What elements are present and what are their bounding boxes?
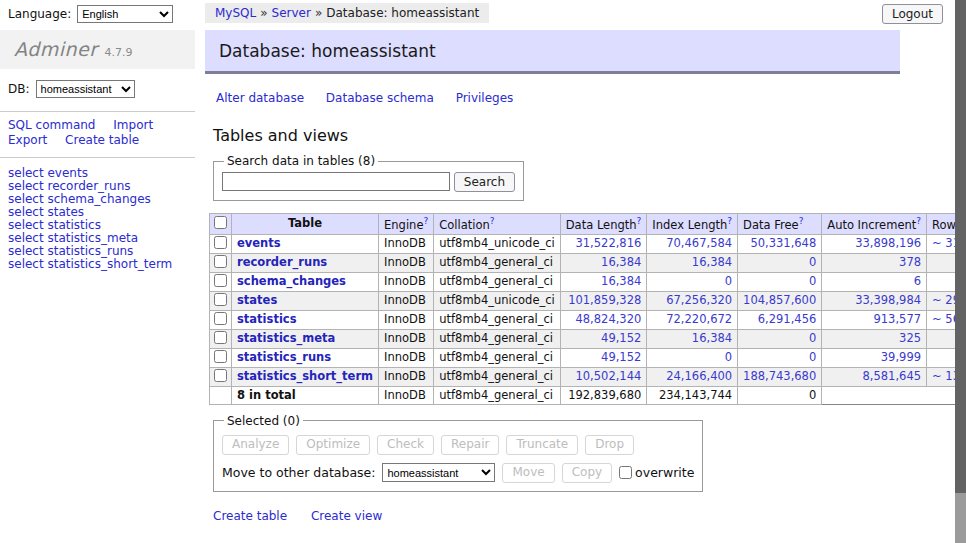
data-length-help-link[interactable]: ?	[637, 216, 642, 226]
table-name-link[interactable]: events	[237, 236, 281, 250]
data-free-link[interactable]: 104,857,600	[743, 293, 816, 307]
auto-increment-link[interactable]: 33,398,984	[855, 293, 921, 307]
row-checkbox[interactable]	[214, 350, 227, 363]
move-label: Move to other database:	[222, 465, 375, 480]
table-name-link[interactable]: statistics_short_term	[237, 369, 373, 383]
data-free-link[interactable]: 0	[809, 274, 816, 288]
data-length-link[interactable]: 101,859,328	[568, 293, 641, 307]
data-free-link[interactable]: 188,743,680	[743, 369, 816, 383]
overwrite-checkbox[interactable]	[619, 466, 632, 479]
data-free-link[interactable]: 0	[809, 331, 816, 345]
auto-increment-link[interactable]: 6	[914, 274, 921, 288]
index-length-link[interactable]: 16,384	[692, 255, 732, 269]
row-checkbox-cell[interactable]	[210, 310, 232, 329]
auto-increment-link[interactable]: 39,999	[881, 350, 921, 364]
analyze-button[interactable]: Analyze	[222, 435, 289, 455]
data-free-help-link[interactable]: ?	[799, 216, 804, 226]
collation-help-link[interactable]: ?	[490, 216, 495, 226]
auto-increment-link[interactable]: 913,577	[873, 312, 921, 326]
vertical-scrollbar[interactable]	[955, 0, 966, 543]
data-length-link[interactable]: 49,152	[601, 331, 641, 345]
sidebar-create-table-link[interactable]: Create table	[65, 133, 139, 147]
select-all-cell[interactable]	[210, 214, 232, 235]
data-free-link[interactable]: 0	[809, 255, 816, 269]
auto-increment-link[interactable]: 378	[899, 255, 921, 269]
breadcrumb-server-link[interactable]: Server	[272, 6, 311, 20]
table-row: statistics InnoDB utf8mb4_general_ci 48,…	[210, 310, 966, 329]
overwrite-option[interactable]: overwrite	[619, 465, 694, 480]
table-name-link[interactable]: schema_changes	[237, 274, 346, 288]
selected-legend: Selected (0)	[224, 414, 303, 428]
index-length-link[interactable]: 72,220,672	[666, 312, 732, 326]
table-name-link[interactable]: states	[237, 293, 277, 307]
logout-button[interactable]: Logout	[882, 4, 943, 24]
data-length-link[interactable]: 16,384	[601, 274, 641, 288]
sidebar-table-link[interactable]: select statistics_short_term	[8, 258, 172, 271]
row-checkbox[interactable]	[214, 293, 227, 306]
auto-increment-link[interactable]: 33,898,196	[855, 236, 921, 250]
index-length-link[interactable]: 0	[725, 350, 732, 364]
row-checkbox[interactable]	[214, 255, 227, 268]
search-input[interactable]	[222, 172, 450, 191]
table-name-link[interactable]: recorder_runs	[237, 255, 327, 269]
collation-cell: utf8mb4_general_ci	[434, 253, 561, 272]
row-checkbox[interactable]	[214, 331, 227, 344]
data-length-link[interactable]: 31,522,816	[575, 236, 641, 250]
select-all-checkbox[interactable]	[214, 216, 227, 229]
alter-database-link[interactable]: Alter database	[216, 91, 304, 105]
database-schema-link[interactable]: Database schema	[326, 91, 434, 105]
auto-increment-link[interactable]: 325	[899, 331, 921, 345]
data-free-link[interactable]: 0	[809, 350, 816, 364]
copy-button[interactable]: Copy	[562, 463, 612, 483]
sidebar-import-link[interactable]: Import	[113, 118, 153, 132]
row-checkbox-cell[interactable]	[210, 234, 232, 253]
row-checkbox-cell[interactable]	[210, 253, 232, 272]
index-length-link[interactable]: 0	[725, 274, 732, 288]
row-checkbox-cell[interactable]	[210, 291, 232, 310]
move-button[interactable]: Move	[502, 463, 554, 483]
repair-button[interactable]: Repair	[441, 435, 499, 455]
db-select[interactable]: homeassistant	[36, 80, 135, 98]
data-length-cell: 101,859,328	[560, 291, 647, 310]
index-length-link[interactable]: 70,467,584	[666, 236, 732, 250]
row-checkbox-cell[interactable]	[210, 272, 232, 291]
data-length-link[interactable]: 48,824,320	[575, 312, 641, 326]
sidebar-export-link[interactable]: Export	[8, 133, 47, 147]
index-length-link[interactable]: 24,166,400	[666, 369, 732, 383]
adminer-version: 4.7.9	[104, 46, 132, 59]
engine-help-link[interactable]: ?	[423, 216, 428, 226]
check-button[interactable]: Check	[377, 435, 434, 455]
truncate-button[interactable]: Truncate	[506, 435, 578, 455]
index-length-help-link[interactable]: ?	[727, 216, 732, 226]
auto-increment-link[interactable]: 8,581,645	[863, 369, 922, 383]
drop-button[interactable]: Drop	[585, 435, 634, 455]
row-checkbox[interactable]	[214, 369, 227, 382]
sidebar-sql-command-link[interactable]: SQL command	[8, 118, 95, 132]
create-table-link[interactable]: Create table	[213, 509, 287, 523]
data-free-link[interactable]: 6,291,456	[758, 312, 817, 326]
optimize-button[interactable]: Optimize	[296, 435, 370, 455]
table-name-link[interactable]: statistics_runs	[237, 350, 331, 364]
index-length-link[interactable]: 16,384	[692, 331, 732, 345]
row-checkbox[interactable]	[214, 312, 227, 325]
language-select[interactable]: English	[77, 5, 173, 23]
row-checkbox[interactable]	[214, 236, 227, 249]
search-button[interactable]: Search	[454, 172, 515, 192]
table-name-link[interactable]: statistics	[237, 312, 297, 326]
row-checkbox-cell[interactable]	[210, 367, 232, 386]
index-length-link[interactable]: 67,256,320	[666, 293, 732, 307]
data-length-link[interactable]: 49,152	[601, 350, 641, 364]
breadcrumb-mysql-link[interactable]: MySQL	[215, 6, 256, 20]
create-view-link[interactable]: Create view	[311, 509, 382, 523]
move-database-select[interactable]: homeassistant	[382, 463, 495, 482]
table-name-link[interactable]: statistics_meta	[237, 331, 335, 345]
row-checkbox-cell[interactable]	[210, 348, 232, 367]
data-length-link[interactable]: 10,502,144	[575, 369, 641, 383]
scrollbar-thumb[interactable]	[955, 0, 966, 493]
data-length-link[interactable]: 16,384	[601, 255, 641, 269]
auto-increment-help-link[interactable]: ?	[916, 216, 921, 226]
privileges-link[interactable]: Privileges	[456, 91, 514, 105]
data-free-link[interactable]: 50,331,648	[750, 236, 816, 250]
row-checkbox-cell[interactable]	[210, 329, 232, 348]
row-checkbox[interactable]	[214, 274, 227, 287]
